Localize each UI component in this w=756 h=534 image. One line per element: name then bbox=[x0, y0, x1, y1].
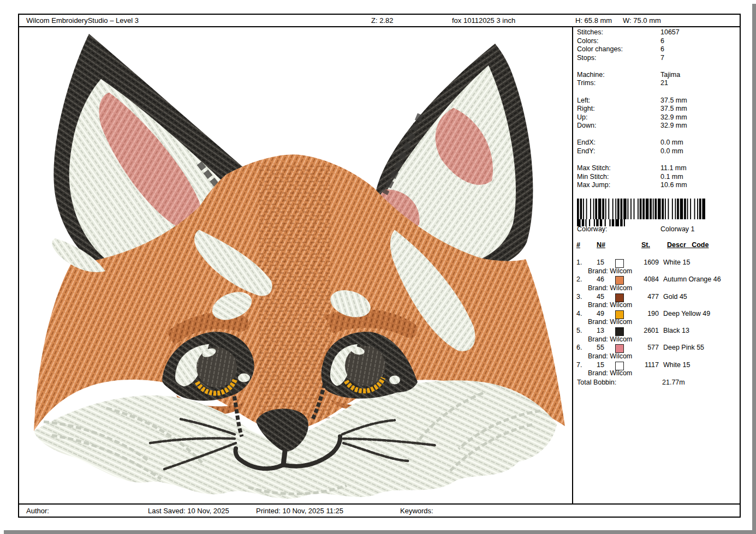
thread-row-number: 5. bbox=[576, 327, 582, 334]
app-title: Wilcom EmbroideryStudio – Level 3 bbox=[26, 16, 139, 25]
stat-value: 7 bbox=[660, 54, 664, 63]
thread-row-number: 2. bbox=[576, 275, 582, 283]
stat-label: Right: bbox=[577, 105, 595, 112]
thread-color-swatch bbox=[615, 293, 624, 302]
keywords-label: Keywords: bbox=[400, 507, 433, 515]
barcode-bar bbox=[658, 199, 661, 219]
barcode-bar bbox=[605, 199, 606, 219]
thread-color-number: 15 bbox=[597, 361, 604, 369]
barcode-bar bbox=[640, 199, 642, 219]
thread-color-number: 45 bbox=[597, 293, 604, 301]
barcode-bar bbox=[654, 199, 657, 219]
left-eye-corner-white bbox=[238, 374, 250, 382]
stat-value: 6 bbox=[660, 45, 664, 54]
stat-value: 10.6 mm bbox=[660, 181, 687, 190]
thread-row-number: 6. bbox=[576, 344, 582, 351]
thread-row-number: 7. bbox=[576, 361, 582, 369]
barcode-bar bbox=[595, 199, 597, 219]
thread-row: 6.55577Deep Pink 55Brand: Wilcom bbox=[573, 344, 740, 361]
barcode-bar bbox=[650, 199, 652, 219]
footer-bar: Author: Last Saved: 10 Nov, 2025 Printed… bbox=[19, 503, 740, 517]
thread-color-number: 49 bbox=[597, 310, 604, 317]
stat-label: Up: bbox=[577, 113, 587, 121]
barcode-bar bbox=[690, 199, 691, 219]
colorway-label: Colorway: bbox=[577, 225, 608, 233]
barcode-bar bbox=[642, 199, 645, 219]
stat-label: Max Stitch: bbox=[577, 164, 611, 172]
thread-stitch-count: 2601 bbox=[625, 327, 659, 334]
thread-brand: Brand: Wilcom bbox=[588, 369, 632, 377]
barcode-bar bbox=[580, 199, 582, 219]
stat-max-jump: Max Jump:10.6 mm bbox=[577, 181, 739, 190]
zoom-level: Z: 2.82 bbox=[371, 16, 393, 25]
stat-label: Down: bbox=[577, 122, 596, 129]
stat-max-stitch: Max Stitch:11.1 mm bbox=[577, 164, 739, 173]
printed: Printed: 10 Nov, 2025 11:25 bbox=[256, 507, 343, 515]
design-info-panel: Stitches:10657Colors:6Color changes:6Sto… bbox=[573, 27, 740, 503]
stat-machine: Machine:Tajima bbox=[577, 71, 739, 80]
barcode-bar bbox=[583, 199, 584, 219]
thread-description: Deep Yellow 49 bbox=[663, 310, 710, 317]
thread-stitch-count: 477 bbox=[625, 293, 659, 301]
thread-brand: Brand: Wilcom bbox=[588, 267, 632, 275]
stat-value: 10657 bbox=[660, 28, 680, 37]
thread-brand: Brand: Wilcom bbox=[588, 284, 632, 292]
stat-value: 37.5 mm bbox=[660, 105, 687, 113]
thread-table: 1.151609White 15Brand: Wilcom2.464084Aut… bbox=[573, 259, 740, 378]
thread-table-header: # N# St. Descr _Code bbox=[573, 241, 740, 250]
thread-color-swatch bbox=[615, 259, 624, 268]
col-header-number: # bbox=[576, 241, 580, 249]
barcode-bar bbox=[617, 199, 620, 219]
stat-value: 0.0 mm bbox=[660, 139, 683, 147]
thread-brand: Brand: Wilcom bbox=[588, 335, 632, 343]
total-bobbin-label: Total Bobbin: bbox=[577, 379, 616, 386]
design-height: H: 65.8 mm bbox=[575, 16, 612, 25]
thread-row-number: 3. bbox=[576, 293, 582, 301]
col-header-n: N# bbox=[597, 241, 605, 249]
stat-value: 21 bbox=[660, 79, 668, 88]
stat-left: Left:37.5 mm bbox=[577, 97, 739, 105]
stat-color-changes: Color changes:6 bbox=[577, 45, 739, 54]
stat-endx: EndX:0.0 mm bbox=[577, 139, 739, 147]
barcode-bar bbox=[672, 199, 673, 219]
thread-color-number: 46 bbox=[597, 275, 604, 283]
stat-label: Colors: bbox=[577, 37, 599, 45]
stat-value: 11.1 mm bbox=[660, 164, 687, 173]
barcode-bar bbox=[615, 199, 616, 219]
thread-color-swatch bbox=[615, 276, 624, 285]
stat-value: 0.1 mm bbox=[660, 173, 683, 182]
thread-color-swatch bbox=[615, 362, 624, 370]
content-area: Stitches:10657Colors:6Color changes:6Sto… bbox=[19, 27, 740, 503]
barcode-bar bbox=[680, 199, 683, 219]
thread-description: White 15 bbox=[663, 361, 690, 369]
stat-label: Max Jump: bbox=[577, 181, 610, 189]
stat-label: Color changes: bbox=[577, 45, 623, 53]
right-eye-pupil bbox=[345, 346, 385, 386]
stat-group: Left:37.5 mmRight:37.5 mmUp:32.9 mmDown:… bbox=[577, 97, 739, 130]
thread-row: 7.151117White 15Brand: Wilcom bbox=[573, 361, 740, 378]
thread-stitch-count: 4084 bbox=[625, 275, 659, 283]
thread-color-number: 15 bbox=[597, 259, 604, 266]
print-preview-page: Wilcom EmbroideryStudio – Level 3 Z: 2.8… bbox=[0, 0, 752, 530]
right-eye-corner-white bbox=[389, 376, 400, 385]
barcode-bar bbox=[598, 199, 602, 219]
last-saved: Last Saved: 10 Nov, 2025 bbox=[148, 507, 229, 515]
barcode-bar bbox=[653, 199, 654, 219]
barcode-bar bbox=[665, 199, 666, 219]
thread-color-swatch bbox=[615, 310, 624, 319]
thread-row-number: 1. bbox=[576, 259, 582, 266]
thread-stitch-count: 577 bbox=[625, 344, 659, 351]
stat-label: Min Stitch: bbox=[577, 173, 609, 181]
thread-stitch-count: 1117 bbox=[625, 361, 659, 369]
stat-label: Trims: bbox=[577, 79, 596, 87]
stat-label: Machine: bbox=[577, 71, 605, 79]
thread-row: 5.132601Black 13Brand: Wilcom bbox=[573, 327, 740, 344]
col-header-descr-code: Descr _Code bbox=[667, 241, 709, 249]
thread-color-number: 13 bbox=[597, 327, 604, 334]
stat-value: 32.9 mm bbox=[660, 113, 687, 122]
barcode-bar bbox=[590, 199, 591, 219]
stat-label: Stops: bbox=[577, 54, 596, 62]
stat-value: 6 bbox=[660, 37, 664, 46]
barcode-bar bbox=[612, 199, 614, 219]
barcode-bar bbox=[694, 199, 695, 219]
